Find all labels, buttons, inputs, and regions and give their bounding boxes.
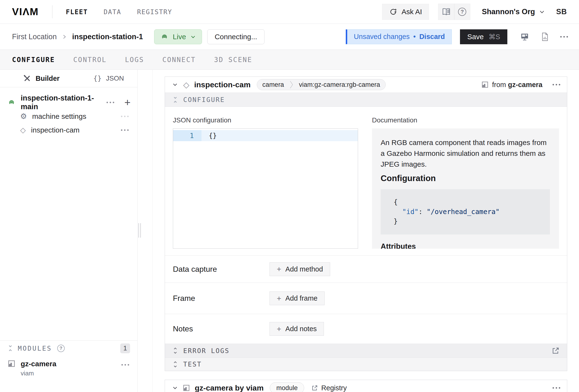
frame-section: Frame + Add frame: [165, 283, 567, 314]
org-name: Shannon's Org: [482, 7, 535, 16]
add-component-button[interactable]: +: [124, 97, 131, 108]
unsaved-changes-banner: Unsaved changes • Discard: [346, 29, 452, 44]
module-icon: [8, 360, 15, 368]
add-frame-button[interactable]: + Add frame: [270, 292, 325, 305]
file-stats-icon[interactable]: [541, 32, 549, 42]
modules-title: MODULES: [18, 345, 52, 352]
component-card-inspection-cam: ◇ inspection-cam camera viam:gz-camera:r…: [165, 77, 567, 371]
expand-icon: [172, 347, 178, 354]
discard-button[interactable]: Discard: [419, 33, 445, 41]
component-title: inspection-cam: [194, 80, 251, 89]
configure-bar-label: CONFIGURE: [183, 96, 225, 103]
tree-root-main-part[interactable]: inspection-station-1-main +: [0, 95, 137, 109]
component-diamond-icon: ◇: [20, 127, 26, 134]
module-tag: module: [270, 382, 304, 392]
add-notes-button[interactable]: + Add notes: [270, 322, 324, 336]
tree-item-inspection-cam[interactable]: ◇ inspection-cam: [0, 123, 137, 137]
component-type: camera: [257, 81, 289, 88]
tab-3d-scene[interactable]: 3D SCENE: [214, 56, 252, 64]
machine-settings-menu-button[interactable]: [121, 116, 129, 117]
notes-label: Notes: [173, 324, 270, 333]
registry-link[interactable]: Registry: [311, 384, 347, 392]
config-sidebar: Builder {} JSON inspection: [0, 70, 138, 392]
save-button[interactable]: Save ⌘S: [460, 29, 507, 44]
sidebar-resize-handle[interactable]: [138, 223, 141, 237]
logo-divider: [52, 5, 52, 18]
json-mode-toggle[interactable]: {} JSON: [93, 74, 124, 82]
tab-logs[interactable]: LOGS: [125, 56, 144, 64]
help-button-group: ?: [438, 3, 470, 20]
tab-configure[interactable]: CONFIGURE: [12, 56, 55, 64]
connection-status-label: Connecting...: [215, 33, 257, 41]
machine-settings-label: machine settings: [32, 112, 86, 120]
monitor-icon[interactable]: [520, 32, 529, 42]
main-part-menu-button[interactable]: [107, 102, 114, 103]
documentation-panel[interactable]: An RGB camera component that reads image…: [372, 128, 559, 249]
chevron-down-icon: [539, 9, 545, 15]
configure-content: JSON configuration 1 {} Documentation An…: [165, 107, 567, 255]
nav-tab-fleet[interactable]: FLEET: [66, 8, 88, 16]
add-method-button[interactable]: + Add method: [270, 262, 330, 276]
top-nav-bar: VIΛM FLEET DATA REGISTRY Ask AI: [0, 0, 579, 24]
module-menu-button[interactable]: [121, 364, 129, 366]
help-icon: ?: [458, 8, 466, 16]
editor-line-content: {}: [202, 130, 358, 141]
json-configuration-label: JSON configuration: [173, 116, 358, 124]
help-icon: ?: [57, 345, 65, 352]
tag-chevron-divider-icon: [289, 79, 293, 90]
frame-label: Frame: [173, 294, 270, 303]
nav-tab-data[interactable]: DATA: [104, 8, 121, 16]
unsaved-changes-label: Unsaved changes: [354, 33, 410, 41]
module-card-header: gz-camera by viam module Registry: [165, 380, 567, 392]
machine-tabstrip: CONFIGURE CONTROL LOGS CONNECT 3D SCENE: [0, 50, 579, 70]
external-link-icon[interactable]: [552, 347, 560, 355]
component-type-model-tag: camera viam:gz-camera:rgb-camera: [257, 79, 386, 90]
modules-help-button[interactable]: ?: [57, 345, 65, 352]
error-logs-bar[interactable]: ERROR LOGS: [165, 344, 567, 357]
builder-mode-toggle[interactable]: Builder: [23, 74, 60, 82]
inspection-cam-label: inspection-cam: [31, 126, 79, 134]
viam-logo[interactable]: VIΛM: [12, 6, 39, 17]
json-config-editor[interactable]: 1 {}: [173, 128, 358, 249]
connection-status-button[interactable]: Connecting...: [207, 29, 265, 44]
tree-item-machine-settings[interactable]: ⚙ machine settings: [0, 109, 137, 123]
configure-section-bar[interactable]: CONFIGURE: [165, 93, 567, 107]
editor-line-number: 1: [173, 130, 202, 141]
ask-ai-button[interactable]: Ask AI: [382, 4, 429, 20]
broadcast-icon: [7, 98, 16, 107]
breadcrumb-location[interactable]: First Location: [12, 32, 57, 41]
collapse-chevron-icon[interactable]: [172, 81, 178, 88]
live-status-dropdown[interactable]: Live: [154, 29, 202, 44]
user-avatar[interactable]: SB: [556, 7, 567, 16]
component-menu-button[interactable]: [553, 84, 560, 85]
machine-overflow-menu-button[interactable]: [560, 36, 568, 38]
plus-icon: +: [277, 325, 281, 333]
collapse-icon: [172, 96, 178, 103]
add-notes-label: Add notes: [286, 325, 317, 333]
unsaved-separator: •: [413, 33, 416, 41]
inspection-cam-menu-button[interactable]: [121, 129, 129, 131]
test-bar[interactable]: TEST: [165, 357, 567, 371]
error-logs-label: ERROR LOGS: [183, 347, 230, 354]
module-org: viam: [21, 370, 56, 377]
registry-label: Registry: [321, 384, 347, 392]
docs-book-button[interactable]: [438, 4, 454, 20]
org-switcher[interactable]: Shannon's Org: [482, 7, 545, 16]
add-method-label: Add method: [286, 265, 323, 273]
nav-tab-registry[interactable]: REGISTRY: [137, 8, 172, 16]
data-capture-label: Data capture: [173, 265, 270, 274]
modules-header[interactable]: MODULES ? 1: [0, 340, 137, 356]
ask-ai-label: Ask AI: [402, 8, 422, 16]
tab-connect[interactable]: CONNECT: [162, 56, 196, 64]
module-entry-gz-camera[interactable]: gz-camera viam: [0, 360, 137, 377]
tab-control[interactable]: CONTROL: [73, 56, 107, 64]
help-button[interactable]: ?: [454, 4, 470, 20]
module-card-menu-button[interactable]: [553, 387, 560, 389]
test-label: TEST: [183, 361, 202, 368]
collapse-chevron-icon[interactable]: [172, 385, 178, 391]
top-nav-tabs: FLEET DATA REGISTRY: [66, 8, 172, 16]
tools-icon: [23, 74, 31, 82]
machine-header-bar: First Location inspection-station-1 Live…: [0, 24, 579, 50]
view-mode-switcher: Builder {} JSON: [0, 70, 137, 87]
code-line-close: }: [394, 217, 545, 226]
